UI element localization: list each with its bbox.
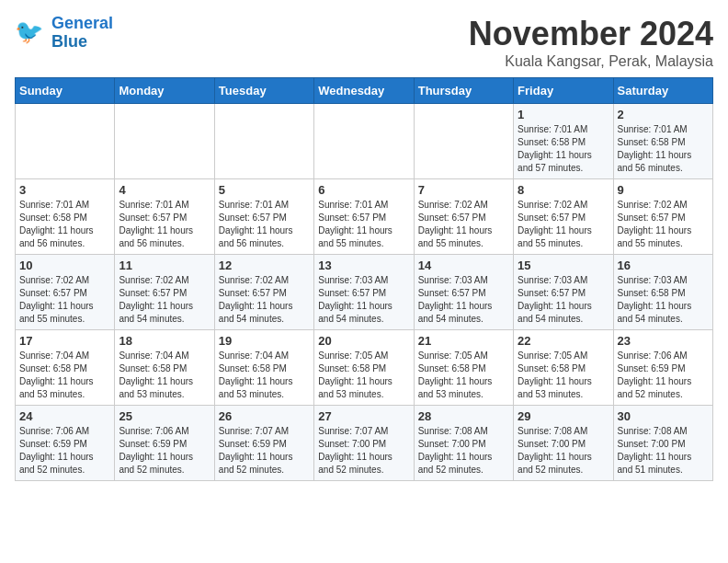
calendar-cell bbox=[414, 104, 513, 179]
calendar-cell: 27Sunrise: 7:07 AM Sunset: 7:00 PM Dayli… bbox=[314, 406, 414, 481]
day-number: 27 bbox=[318, 409, 409, 423]
calendar-cell: 11Sunrise: 7:02 AM Sunset: 6:57 PM Dayli… bbox=[115, 255, 214, 330]
weekday-header-saturday: Saturday bbox=[613, 78, 712, 104]
day-info: Sunrise: 7:01 AM Sunset: 6:57 PM Dayligh… bbox=[119, 199, 210, 250]
calendar-cell bbox=[214, 104, 313, 179]
day-info: Sunrise: 7:04 AM Sunset: 6:58 PM Dayligh… bbox=[119, 350, 210, 401]
calendar-cell: 20Sunrise: 7:05 AM Sunset: 6:58 PM Dayli… bbox=[314, 330, 414, 406]
calendar-cell: 16Sunrise: 7:03 AM Sunset: 6:58 PM Dayli… bbox=[613, 255, 712, 330]
calendar-cell: 9Sunrise: 7:02 AM Sunset: 6:57 PM Daylig… bbox=[613, 179, 712, 255]
logo: 🐦 General Blue bbox=[15, 15, 113, 52]
location-title: Kuala Kangsar, Perak, Malaysia bbox=[469, 53, 713, 70]
svg-text:🐦: 🐦 bbox=[15, 17, 44, 46]
day-info: Sunrise: 7:08 AM Sunset: 7:00 PM Dayligh… bbox=[618, 425, 709, 477]
calendar-cell bbox=[16, 104, 115, 179]
day-number: 2 bbox=[618, 108, 709, 121]
weekday-header-friday: Friday bbox=[514, 78, 613, 104]
day-info: Sunrise: 7:03 AM Sunset: 6:57 PM Dayligh… bbox=[318, 274, 409, 326]
calendar-table: SundayMondayTuesdayWednesdayThursdayFrid… bbox=[15, 77, 713, 481]
day-number: 25 bbox=[119, 409, 210, 423]
title-block: November 2024 Kuala Kangsar, Perak, Mala… bbox=[469, 15, 713, 70]
calendar-cell bbox=[115, 104, 214, 179]
day-number: 26 bbox=[219, 409, 310, 423]
calendar-cell: 22Sunrise: 7:05 AM Sunset: 6:58 PM Dayli… bbox=[514, 330, 613, 406]
month-title: November 2024 bbox=[469, 15, 713, 53]
calendar-cell: 3Sunrise: 7:01 AM Sunset: 6:58 PM Daylig… bbox=[16, 179, 115, 255]
day-info: Sunrise: 7:03 AM Sunset: 6:57 PM Dayligh… bbox=[418, 274, 509, 326]
week-row-4: 17Sunrise: 7:04 AM Sunset: 6:58 PM Dayli… bbox=[16, 330, 713, 406]
weekday-header-row: SundayMondayTuesdayWednesdayThursdayFrid… bbox=[16, 78, 713, 104]
day-info: Sunrise: 7:01 AM Sunset: 6:57 PM Dayligh… bbox=[219, 199, 310, 250]
day-number: 14 bbox=[418, 259, 509, 272]
calendar-cell: 30Sunrise: 7:08 AM Sunset: 7:00 PM Dayli… bbox=[613, 406, 712, 481]
day-info: Sunrise: 7:05 AM Sunset: 6:58 PM Dayligh… bbox=[418, 350, 509, 401]
day-info: Sunrise: 7:01 AM Sunset: 6:57 PM Dayligh… bbox=[318, 199, 409, 250]
day-number: 16 bbox=[618, 259, 709, 272]
day-info: Sunrise: 7:04 AM Sunset: 6:58 PM Dayligh… bbox=[19, 350, 110, 401]
week-row-2: 3Sunrise: 7:01 AM Sunset: 6:58 PM Daylig… bbox=[16, 179, 713, 255]
day-info: Sunrise: 7:01 AM Sunset: 6:58 PM Dayligh… bbox=[518, 123, 609, 175]
calendar-cell: 29Sunrise: 7:08 AM Sunset: 7:00 PM Dayli… bbox=[514, 406, 613, 481]
day-info: Sunrise: 7:02 AM Sunset: 6:57 PM Dayligh… bbox=[418, 199, 509, 250]
calendar-cell: 1Sunrise: 7:01 AM Sunset: 6:58 PM Daylig… bbox=[514, 104, 613, 179]
calendar-cell: 28Sunrise: 7:08 AM Sunset: 7:00 PM Dayli… bbox=[414, 406, 513, 481]
calendar-cell: 23Sunrise: 7:06 AM Sunset: 6:59 PM Dayli… bbox=[613, 330, 712, 406]
day-number: 24 bbox=[19, 409, 110, 423]
calendar-cell: 10Sunrise: 7:02 AM Sunset: 6:57 PM Dayli… bbox=[16, 255, 115, 330]
day-info: Sunrise: 7:02 AM Sunset: 6:57 PM Dayligh… bbox=[618, 199, 709, 250]
logo-text: General Blue bbox=[51, 15, 113, 52]
day-info: Sunrise: 7:05 AM Sunset: 6:58 PM Dayligh… bbox=[518, 350, 609, 401]
day-info: Sunrise: 7:01 AM Sunset: 6:58 PM Dayligh… bbox=[19, 199, 110, 250]
calendar-cell: 2Sunrise: 7:01 AM Sunset: 6:58 PM Daylig… bbox=[613, 104, 712, 179]
calendar-cell: 15Sunrise: 7:03 AM Sunset: 6:57 PM Dayli… bbox=[514, 255, 613, 330]
day-number: 23 bbox=[618, 334, 709, 348]
day-number: 8 bbox=[518, 183, 609, 197]
week-row-3: 10Sunrise: 7:02 AM Sunset: 6:57 PM Dayli… bbox=[16, 255, 713, 330]
calendar-cell: 14Sunrise: 7:03 AM Sunset: 6:57 PM Dayli… bbox=[414, 255, 513, 330]
calendar-cell bbox=[314, 104, 414, 179]
weekday-header-sunday: Sunday bbox=[16, 78, 115, 104]
day-number: 21 bbox=[418, 334, 509, 348]
calendar-cell: 21Sunrise: 7:05 AM Sunset: 6:58 PM Dayli… bbox=[414, 330, 513, 406]
day-number: 17 bbox=[19, 334, 110, 348]
calendar-cell: 18Sunrise: 7:04 AM Sunset: 6:58 PM Dayli… bbox=[115, 330, 214, 406]
day-number: 22 bbox=[518, 334, 609, 348]
day-number: 4 bbox=[119, 183, 210, 197]
day-number: 15 bbox=[518, 259, 609, 272]
day-number: 5 bbox=[219, 183, 310, 197]
calendar-cell: 25Sunrise: 7:06 AM Sunset: 6:59 PM Dayli… bbox=[115, 406, 214, 481]
day-number: 12 bbox=[219, 259, 310, 272]
calendar-cell: 4Sunrise: 7:01 AM Sunset: 6:57 PM Daylig… bbox=[115, 179, 214, 255]
calendar-cell: 6Sunrise: 7:01 AM Sunset: 6:57 PM Daylig… bbox=[314, 179, 414, 255]
page-header: 🐦 General Blue November 2024 Kuala Kangs… bbox=[15, 15, 713, 70]
weekday-header-wednesday: Wednesday bbox=[314, 78, 414, 104]
calendar-cell: 26Sunrise: 7:07 AM Sunset: 6:59 PM Dayli… bbox=[214, 406, 313, 481]
day-info: Sunrise: 7:03 AM Sunset: 6:57 PM Dayligh… bbox=[518, 274, 609, 326]
calendar-cell: 24Sunrise: 7:06 AM Sunset: 6:59 PM Dayli… bbox=[16, 406, 115, 481]
calendar-cell: 17Sunrise: 7:04 AM Sunset: 6:58 PM Dayli… bbox=[16, 330, 115, 406]
day-number: 7 bbox=[418, 183, 509, 197]
calendar-cell: 19Sunrise: 7:04 AM Sunset: 6:58 PM Dayli… bbox=[214, 330, 313, 406]
day-number: 1 bbox=[518, 108, 609, 121]
day-number: 29 bbox=[518, 409, 609, 423]
day-number: 3 bbox=[19, 183, 110, 197]
calendar-cell: 13Sunrise: 7:03 AM Sunset: 6:57 PM Dayli… bbox=[314, 255, 414, 330]
day-info: Sunrise: 7:02 AM Sunset: 6:57 PM Dayligh… bbox=[518, 199, 609, 250]
day-number: 18 bbox=[119, 334, 210, 348]
calendar-cell: 5Sunrise: 7:01 AM Sunset: 6:57 PM Daylig… bbox=[214, 179, 313, 255]
day-number: 19 bbox=[219, 334, 310, 348]
day-info: Sunrise: 7:06 AM Sunset: 6:59 PM Dayligh… bbox=[119, 425, 210, 477]
day-info: Sunrise: 7:07 AM Sunset: 6:59 PM Dayligh… bbox=[219, 425, 310, 477]
day-info: Sunrise: 7:02 AM Sunset: 6:57 PM Dayligh… bbox=[19, 274, 110, 326]
day-info: Sunrise: 7:08 AM Sunset: 7:00 PM Dayligh… bbox=[418, 425, 509, 477]
calendar-cell: 8Sunrise: 7:02 AM Sunset: 6:57 PM Daylig… bbox=[514, 179, 613, 255]
day-info: Sunrise: 7:01 AM Sunset: 6:58 PM Dayligh… bbox=[618, 123, 709, 175]
day-info: Sunrise: 7:08 AM Sunset: 7:00 PM Dayligh… bbox=[518, 425, 609, 477]
day-number: 28 bbox=[418, 409, 509, 423]
calendar-cell: 12Sunrise: 7:02 AM Sunset: 6:57 PM Dayli… bbox=[214, 255, 313, 330]
day-number: 10 bbox=[19, 259, 110, 272]
weekday-header-tuesday: Tuesday bbox=[214, 78, 313, 104]
day-info: Sunrise: 7:07 AM Sunset: 7:00 PM Dayligh… bbox=[318, 425, 409, 477]
day-info: Sunrise: 7:03 AM Sunset: 6:58 PM Dayligh… bbox=[618, 274, 709, 326]
day-number: 20 bbox=[318, 334, 409, 348]
